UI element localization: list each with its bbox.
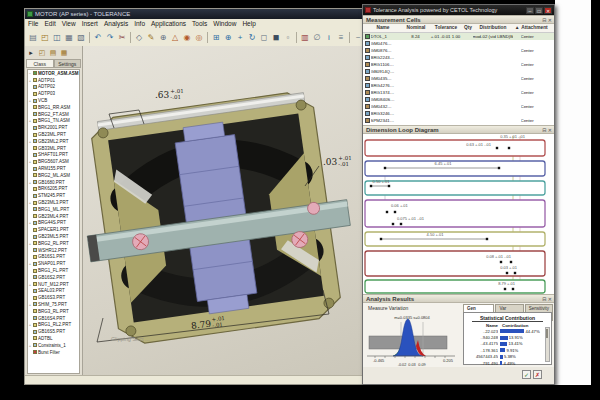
front-view-icon[interactable]: ◻: [259, 31, 270, 44]
tree-item[interactable]: +SHIM_75.PRT: [28, 301, 79, 308]
tree-expander-icon[interactable]: +: [28, 282, 32, 287]
section-view-icon[interactable]: ▥: [300, 31, 311, 44]
info-icon[interactable]: i: [324, 31, 335, 44]
tree-expander-icon[interactable]: +: [28, 322, 32, 327]
print-icon[interactable]: ▦: [64, 31, 75, 44]
column-header-tolerance[interactable]: Tolerance: [429, 24, 463, 32]
measurement-row[interactable]: GM0432…Center: [363, 103, 554, 110]
tree-item[interactable]: BRG1_RR.ASM: [28, 104, 79, 111]
nav-filter-icon[interactable]: ▦: [59, 48, 69, 58]
contribution-scrollbar[interactable]: [545, 327, 550, 362]
tree-item[interactable]: ARM155.PRT: [28, 165, 79, 172]
tree-expander-icon[interactable]: +: [28, 261, 32, 266]
column-header-distribution[interactable]: Distribution: [473, 24, 513, 32]
menu-view[interactable]: View: [59, 19, 79, 29]
tree-item[interactable]: +GB23ML3.PRT: [28, 199, 79, 206]
column-header-name[interactable]: Name: [363, 24, 403, 32]
new-icon[interactable]: ▤: [28, 31, 39, 44]
tree-expander-icon[interactable]: +: [28, 78, 32, 83]
measurement-row[interactable]: SPM2341…Center: [363, 117, 554, 124]
tree-expander-icon[interactable]: +: [28, 241, 32, 246]
tree-expander-icon[interactable]: +: [28, 302, 32, 307]
tree-item[interactable]: ADTP03: [28, 90, 79, 97]
undo-icon[interactable]: ↶: [93, 31, 104, 44]
sketch-icon[interactable]: ✎: [146, 31, 157, 44]
tree-item[interactable]: BRK6205.PRT: [28, 186, 79, 193]
tree-item[interactable]: ADTBL: [28, 335, 79, 342]
tree-item[interactable]: BRG2_FT.ASM: [28, 111, 79, 118]
tree-expander-icon[interactable]: +: [28, 139, 32, 144]
tree-item[interactable]: GB16S1.PRT: [28, 254, 79, 261]
panel-arrow-icon[interactable]: ▸: [26, 48, 36, 58]
wireframe-view-icon[interactable]: ▫: [283, 31, 294, 44]
print-preview-icon[interactable]: ▧: [76, 31, 87, 44]
tree-item[interactable]: BRG2_ML.ASM: [28, 172, 79, 179]
tree-item[interactable]: Burst Filter: [28, 349, 79, 356]
tree-item[interactable]: GB23ML4.PRT: [28, 213, 79, 220]
distribution-icon[interactable]: ▲: [513, 24, 521, 32]
menu-file[interactable]: File: [25, 19, 41, 29]
measurement-row[interactable]: GM0876…Center: [363, 47, 554, 54]
shaded-view-icon[interactable]: ◼: [271, 31, 282, 44]
tree-item[interactable]: +BRG1_RL2.PRT: [28, 321, 79, 328]
cut-icon[interactable]: ✂: [117, 31, 128, 44]
accept-button[interactable]: ✓: [522, 370, 531, 379]
tree-expander-icon[interactable]: +: [28, 118, 32, 123]
hole-icon[interactable]: ◎: [194, 31, 205, 44]
tree-item[interactable]: +BRG2_RL.PRT: [28, 240, 79, 247]
tree-item[interactable]: GB23ML.PRT: [28, 131, 79, 138]
menu-edit[interactable]: Edit: [41, 19, 58, 29]
tree-item[interactable]: GB16S4.PRT: [28, 315, 79, 322]
open-icon[interactable]: ◰: [40, 31, 51, 44]
tree-item[interactable]: +ADTP01: [28, 77, 79, 84]
tree-expander-icon[interactable]: +: [28, 200, 32, 205]
select-icon[interactable]: ◇: [134, 31, 145, 44]
extrude-icon[interactable]: △: [170, 31, 181, 44]
tree-item[interactable]: +GB23ML2.PRT: [28, 138, 79, 145]
tree-item[interactable]: +GB1680.PRT: [28, 179, 79, 186]
column-header-attachment[interactable]: Attachment: [521, 24, 548, 32]
datum-icon[interactable]: ⊕: [158, 31, 169, 44]
tree-item[interactable]: +SNAP01.PRT: [28, 260, 79, 267]
layers-icon[interactable]: ≡: [336, 31, 347, 44]
pan-icon[interactable]: +: [235, 31, 246, 44]
tree-item[interactable]: GB33ML.PRT: [28, 145, 79, 152]
contribution-row[interactable]: ..135.183.21%: [464, 366, 551, 367]
menu-analysis[interactable]: Analysis: [101, 19, 131, 29]
tree-item[interactable]: GB16S3.PRT: [28, 294, 79, 301]
tree-expander-icon[interactable]: +: [28, 343, 32, 348]
save-icon[interactable]: ◫: [52, 31, 63, 44]
cancel-button[interactable]: ✗: [533, 370, 542, 379]
menu-tools[interactable]: Tools: [189, 19, 210, 29]
maximize-button[interactable]: □: [535, 7, 543, 14]
nav-parts-icon[interactable]: ▤: [48, 48, 58, 58]
tree-item[interactable]: BRG3_RL.PRT: [28, 308, 79, 315]
measurement-row[interactable]: GM0476…: [363, 40, 554, 47]
menu-insert[interactable]: Insert: [79, 19, 101, 29]
measurement-row[interactable]: GM0435…Center: [363, 75, 554, 82]
column-header-nominal[interactable]: Nominal: [403, 24, 429, 32]
tree-item[interactable]: BRK2001.PRT: [28, 124, 79, 131]
tree-expander-icon[interactable]: −: [28, 71, 32, 76]
tree-item[interactable]: +Constraints_1: [28, 342, 79, 349]
tree-item[interactable]: +BRG5607.ASM: [28, 158, 79, 165]
measurement-row[interactable]: BRG1374…Center: [363, 89, 554, 96]
zoom-fit-icon[interactable]: ⊞: [211, 31, 222, 44]
menu-help[interactable]: Help: [239, 19, 258, 29]
menu-window[interactable]: Window: [210, 19, 239, 29]
zoom-in-icon[interactable]: ⊕: [223, 31, 234, 44]
tree-item[interactable]: +NUT_M12.PRT: [28, 281, 79, 288]
tree-item[interactable]: +VCB: [28, 97, 79, 104]
tree-item[interactable]: +BRG1_TN.ASM: [28, 118, 79, 125]
tree-expander-icon[interactable]: +: [28, 159, 32, 164]
menu-applications[interactable]: Applications: [148, 19, 189, 29]
revolve-icon[interactable]: ◉: [182, 31, 193, 44]
tree-expander-icon[interactable]: +: [28, 220, 32, 225]
minimize-button[interactable]: –: [526, 7, 534, 14]
tree-item[interactable]: GB23ML5.PRT: [28, 233, 79, 240]
measurement-row[interactable]: BRG1106…Center: [363, 61, 554, 68]
measurement-row[interactable]: GM0840S…: [363, 96, 554, 103]
column-header-qty[interactable]: Qty: [463, 24, 473, 32]
tree-item[interactable]: +BRG44S.PRT: [28, 220, 79, 227]
tree-item[interactable]: SEAL03.PRT: [28, 288, 79, 295]
